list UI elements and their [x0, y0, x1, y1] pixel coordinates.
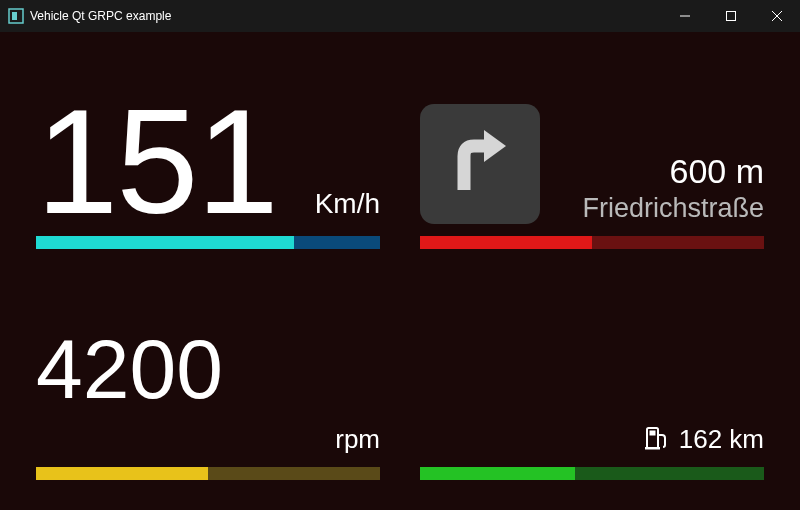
turn-right-icon [440, 122, 520, 206]
speed-unit: Km/h [315, 188, 380, 224]
navigation-bar-fill [420, 236, 592, 249]
dashboard: 151 Km/h 600 m Friedrichstraße [0, 32, 800, 510]
navigation-panel: 600 m Friedrichstraße [420, 72, 764, 249]
rpm-panel: 4200 rpm [36, 303, 380, 480]
navigation-direction-tile [420, 104, 540, 224]
window-minimize-button[interactable] [662, 0, 708, 32]
svg-rect-4 [649, 430, 655, 435]
svg-rect-1 [12, 12, 17, 20]
window-titlebar: Vehicle Qt GRPC example [0, 0, 800, 32]
fuel-pump-icon [645, 426, 667, 454]
speed-bar-fill [36, 236, 294, 249]
fuel-range: 162 km [679, 424, 764, 455]
navigation-street: Friedrichstraße [558, 193, 764, 224]
fuel-panel: 162 km [420, 303, 764, 480]
app-icon [8, 8, 24, 24]
window-title: Vehicle Qt GRPC example [30, 9, 171, 23]
rpm-value: 4200 [36, 332, 380, 408]
navigation-distance: 600 m [558, 152, 764, 191]
rpm-unit: rpm [36, 424, 380, 455]
speed-panel: 151 Km/h [36, 72, 380, 249]
navigation-bar [420, 236, 764, 249]
rpm-bar [36, 467, 380, 480]
rpm-bar-fill [36, 467, 208, 480]
speed-value: 151 [36, 100, 277, 224]
fuel-bar [420, 467, 764, 480]
window-maximize-button[interactable] [708, 0, 754, 32]
svg-rect-5 [645, 447, 660, 450]
svg-rect-2 [727, 12, 736, 21]
window-close-button[interactable] [754, 0, 800, 32]
speed-bar [36, 236, 380, 249]
fuel-bar-fill [420, 467, 575, 480]
